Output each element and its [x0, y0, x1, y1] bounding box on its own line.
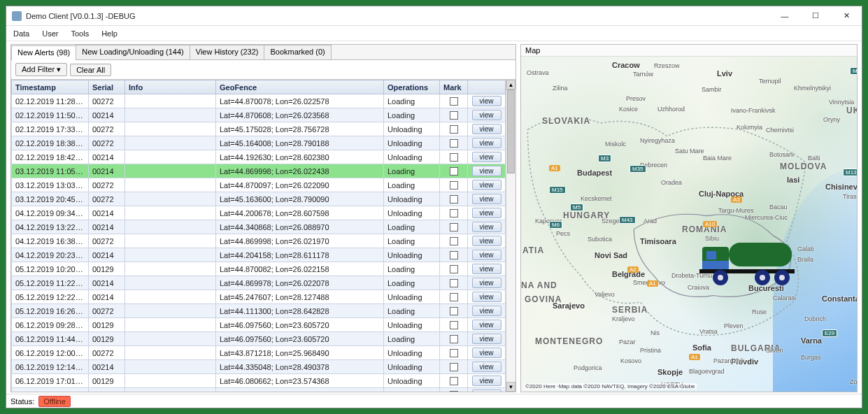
scroll-track[interactable] [506, 90, 515, 382]
table-row[interactable]: 05.12.2019 16:26:3300272Lat=44.111300; L… [12, 304, 506, 318]
view-button[interactable]: view [472, 110, 501, 120]
mark-checkbox[interactable] [450, 321, 458, 329]
view-button[interactable]: view [472, 292, 501, 302]
mark-checkbox[interactable] [450, 139, 458, 148]
table-row[interactable]: 04.12.2019 09:34:3700214Lat=44.200678; L… [12, 206, 506, 220]
scroll-thumb[interactable] [507, 90, 515, 173]
table-row[interactable]: 04.12.2019 20:23:0600214Lat=44.204158; L… [12, 248, 506, 262]
view-button[interactable]: view [472, 390, 501, 392]
table-row[interactable]: 03.12.2019 13:03:4900272Lat=44.870097; L… [12, 178, 506, 192]
clear-all-button[interactable]: Clear All [70, 64, 111, 76]
cell-operation: Unloading [384, 360, 440, 374]
view-button[interactable]: view [472, 166, 501, 176]
scroll-up-icon[interactable]: ▲ [506, 80, 515, 90]
mark-checkbox[interactable] [450, 251, 458, 259]
table-row[interactable]: 02.12.2019 17:33:0000272Lat=45.175028; L… [12, 122, 506, 136]
table-row[interactable]: 06.12.2019 17:01:0300129Lat=46.080662; L… [12, 374, 506, 388]
table-row[interactable]: 02.12.2019 11:50:1600214Lat=44.870608; L… [12, 108, 506, 122]
tab-view-history[interactable]: View History (232) [190, 45, 265, 59]
view-button[interactable]: view [472, 362, 501, 372]
view-button[interactable]: view [472, 96, 501, 106]
mark-checkbox[interactable] [450, 223, 458, 231]
mark-checkbox[interactable] [450, 153, 458, 162]
view-button[interactable]: view [472, 264, 501, 274]
cell-serial: 00129 [89, 388, 125, 392]
col-info[interactable]: Info [125, 80, 216, 94]
col-geofence[interactable]: GeoFence [216, 80, 384, 94]
view-button[interactable]: view [472, 208, 501, 218]
table-row[interactable]: 06.12.2019 12:00:4800272Lat=43.871218; L… [12, 346, 506, 360]
tab-new-loading[interactable]: New Loading/Unloading (144) [76, 45, 190, 59]
view-button[interactable]: view [472, 334, 501, 344]
cell-serial: 00214 [89, 248, 125, 262]
mark-checkbox[interactable] [450, 363, 458, 371]
col-operations[interactable]: Operations [384, 80, 440, 94]
mark-checkbox[interactable] [450, 279, 458, 287]
minimize-button[interactable]: — [769, 6, 800, 26]
view-button[interactable]: view [472, 278, 501, 288]
mark-checkbox[interactable] [450, 265, 458, 273]
view-button[interactable]: view [472, 250, 501, 260]
cell-view: view [468, 150, 506, 164]
table-row[interactable]: 02.12.2019 18:42:4400214Lat=44.192630; L… [12, 150, 506, 164]
view-button[interactable]: view [472, 320, 501, 330]
mark-checkbox[interactable] [450, 195, 458, 204]
cell-operation: Loading [384, 388, 440, 392]
table-row[interactable]: 04.12.2019 13:22:1700214Lat=44.340868; L… [12, 220, 506, 234]
cell-view: view [468, 108, 506, 122]
close-button[interactable]: ✕ [831, 6, 862, 26]
table-row[interactable]: 07.12.2019 08:40:1000129Lat=45.964518; L… [12, 388, 506, 392]
table-row[interactable]: 06.12.2019 09:28:3800129Lat=46.097560; L… [12, 318, 506, 332]
mark-checkbox[interactable] [450, 125, 458, 134]
city-label: Pecs [556, 230, 570, 237]
cell-operation: Unloading [384, 192, 440, 206]
view-button[interactable]: view [472, 138, 501, 148]
tab-bookmarked[interactable]: Bookmarked (0) [264, 45, 331, 59]
view-button[interactable]: view [472, 180, 501, 190]
view-button[interactable]: view [472, 194, 501, 204]
mark-checkbox[interactable] [450, 167, 458, 176]
mark-checkbox[interactable] [450, 377, 458, 385]
table-row[interactable]: 06.12.2019 12:14:3800214Lat=44.335048; L… [12, 360, 506, 374]
table-row[interactable]: 06.12.2019 11:44:4800129Lat=46.097560; L… [12, 332, 506, 346]
mark-checkbox[interactable] [450, 335, 458, 343]
table-row[interactable]: 05.12.2019 10:20:2000129Lat=44.870082; L… [12, 262, 506, 276]
col-timestamp[interactable]: Timestamp [12, 80, 89, 94]
view-button[interactable]: view [472, 222, 501, 232]
vertical-scrollbar[interactable]: ▲ ▼ [506, 80, 515, 392]
mark-checkbox[interactable] [450, 391, 458, 392]
table-row[interactable]: 04.12.2019 16:38:5700272Lat=44.869998; L… [12, 234, 506, 248]
table-row[interactable]: 03.12.2019 20:45:0800272Lat=45.163600; L… [12, 192, 506, 206]
view-button[interactable]: view [472, 236, 501, 246]
table-row[interactable]: 02.12.2019 11:28:1100272Lat=44.870078; L… [12, 94, 506, 108]
view-button[interactable]: view [472, 152, 501, 162]
table-row[interactable]: 05.12.2019 11:22:0600214Lat=44.869978; L… [12, 276, 506, 290]
table-row[interactable]: 02.12.2019 18:38:4200272Lat=45.164008; L… [12, 136, 506, 150]
mark-checkbox[interactable] [450, 293, 458, 301]
col-mark[interactable]: Mark [440, 80, 468, 94]
mark-checkbox[interactable] [450, 181, 458, 190]
table-row[interactable]: 03.12.2019 11:05:3200214Lat=44.869998; L… [12, 164, 506, 178]
mark-checkbox[interactable] [450, 349, 458, 357]
menu-data[interactable]: Data [12, 28, 31, 39]
mark-checkbox[interactable] [450, 209, 458, 217]
tab-new-alerts[interactable]: New Alerts (98) [11, 45, 76, 60]
view-button[interactable]: view [472, 124, 501, 134]
table-row[interactable]: 05.12.2019 12:22:0100214Lat=45.247607; L… [12, 290, 506, 304]
view-button[interactable]: view [472, 376, 501, 386]
map-canvas[interactable]: SLOVAKIAHUNGARYROMANIASERBIABULGARIAMOLD… [521, 57, 857, 392]
mark-checkbox[interactable] [450, 97, 458, 106]
col-view[interactable] [468, 80, 506, 94]
menu-user[interactable]: User [41, 28, 59, 39]
scroll-down-icon[interactable]: ▼ [506, 382, 515, 392]
mark-checkbox[interactable] [450, 307, 458, 315]
view-button[interactable]: view [472, 348, 501, 358]
menu-tools[interactable]: Tools [69, 28, 90, 39]
mark-checkbox[interactable] [450, 237, 458, 245]
add-filter-button[interactable]: Add Filter ▾ [15, 63, 67, 76]
menu-help[interactable]: Help [100, 28, 119, 39]
maximize-button[interactable]: ☐ [800, 6, 831, 26]
view-button[interactable]: view [472, 306, 501, 316]
col-serial[interactable]: Serial [89, 80, 125, 94]
mark-checkbox[interactable] [450, 111, 458, 120]
